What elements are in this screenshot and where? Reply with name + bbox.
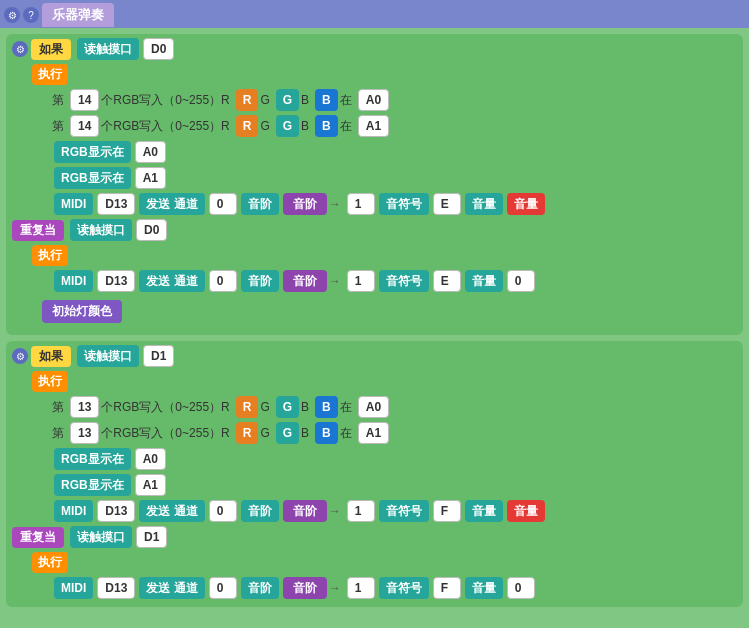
rgb-display-label-1b[interactable]: RGB显示在 bbox=[54, 167, 131, 189]
midi2-label-2[interactable]: MIDI bbox=[54, 577, 93, 599]
g-block-1b[interactable]: G bbox=[276, 115, 299, 137]
rgb-display-port-2b[interactable]: A1 bbox=[135, 474, 166, 496]
rgb-display-2a: RGB显示在 A0 bbox=[52, 448, 737, 470]
note2-label-1: 音符号 bbox=[379, 270, 429, 292]
num-13a[interactable]: 13 bbox=[70, 396, 99, 418]
r-block-1b[interactable]: R bbox=[236, 115, 259, 137]
section-2: ⚙ 如果 读触摸口 D1 执行 第 13 个RGB写入（0~255）R R G … bbox=[6, 341, 743, 607]
g-block-2b[interactable]: G bbox=[276, 422, 299, 444]
rgb-row-1b: 第 14 个RGB写入（0~255）R R G G B B 在 A1 bbox=[52, 115, 737, 137]
repeat-block-2[interactable]: 重复当 bbox=[12, 527, 64, 548]
b-block-1b[interactable]: B bbox=[315, 115, 338, 137]
scale2-num-1[interactable]: 1 bbox=[347, 270, 375, 292]
exec-label-1: 执行 bbox=[32, 64, 68, 85]
vol-val-2[interactable]: 音量 bbox=[507, 500, 545, 522]
midi-label-1[interactable]: MIDI bbox=[54, 193, 93, 215]
channel-1[interactable]: 0 bbox=[209, 193, 237, 215]
note-val-1[interactable]: E bbox=[433, 193, 461, 215]
rgb-display-1b: RGB显示在 A1 bbox=[52, 167, 737, 189]
vol-val-1[interactable]: 音量 bbox=[507, 193, 545, 215]
port-2a[interactable]: A0 bbox=[358, 396, 389, 418]
gear-icon-2: ⚙ bbox=[12, 348, 28, 364]
midi-val-1[interactable]: D13 bbox=[97, 193, 135, 215]
scale-val-1[interactable]: 音阶 bbox=[283, 193, 327, 215]
rgb-display-label-2b[interactable]: RGB显示在 bbox=[54, 474, 131, 496]
note2-label-2: 音符号 bbox=[379, 577, 429, 599]
scale2-val-2[interactable]: 音阶 bbox=[283, 577, 327, 599]
midi2-val-1[interactable]: D13 bbox=[97, 270, 135, 292]
g-block-1a[interactable]: G bbox=[276, 89, 299, 111]
di-label: 第 bbox=[52, 92, 64, 109]
vol2-val-2[interactable]: 0 bbox=[507, 577, 535, 599]
vol2-val-1[interactable]: 0 bbox=[507, 270, 535, 292]
repeat-touch-val-2[interactable]: D1 bbox=[136, 526, 167, 548]
note-val-2[interactable]: F bbox=[433, 500, 461, 522]
init-row-1: 初始灯颜色 bbox=[12, 296, 737, 327]
channel-2[interactable]: 0 bbox=[209, 500, 237, 522]
num-14a[interactable]: 14 bbox=[70, 89, 99, 111]
exec-label-2: 执行 bbox=[32, 371, 68, 392]
channel2-2[interactable]: 0 bbox=[209, 577, 237, 599]
scale-val-2[interactable]: 音阶 bbox=[283, 500, 327, 522]
g-block-2a[interactable]: G bbox=[276, 396, 299, 418]
scale-num-2[interactable]: 1 bbox=[347, 500, 375, 522]
rgb-display-label-2a[interactable]: RGB显示在 bbox=[54, 448, 131, 470]
gear-icon: ⚙ bbox=[4, 7, 20, 23]
note-label-1: 音符号 bbox=[379, 193, 429, 215]
scale-num-1[interactable]: 1 bbox=[347, 193, 375, 215]
init-block-1[interactable]: 初始灯颜色 bbox=[42, 300, 122, 323]
repeat-touch-label-1[interactable]: 读触摸口 bbox=[70, 219, 132, 241]
note2-val-2[interactable]: F bbox=[433, 577, 461, 599]
r-block-2a[interactable]: R bbox=[236, 396, 259, 418]
port-1a[interactable]: A0 bbox=[358, 89, 389, 111]
r-block-2b[interactable]: R bbox=[236, 422, 259, 444]
touch-label-1[interactable]: 读触摸口 bbox=[77, 38, 139, 60]
scale2-num-2[interactable]: 1 bbox=[347, 577, 375, 599]
exec2-label-2: 执行 bbox=[32, 552, 68, 573]
port-1b[interactable]: A1 bbox=[358, 115, 389, 137]
repeat-touch-val-1[interactable]: D0 bbox=[136, 219, 167, 241]
scale2-label-2: 音阶 bbox=[241, 577, 279, 599]
midi-label-2[interactable]: MIDI bbox=[54, 500, 93, 522]
midi2-label-1[interactable]: MIDI bbox=[54, 270, 93, 292]
content-area: ⚙ 如果 读触摸口 D0 执行 第 14 个RGB写入（0~255）R R G … bbox=[0, 28, 749, 628]
rgb-display-port-1b[interactable]: A1 bbox=[135, 167, 166, 189]
repeat-row-1: 重复当 读触摸口 D0 bbox=[12, 219, 737, 241]
exec2-row-1: 执行 bbox=[32, 245, 737, 266]
scale2-val-1[interactable]: 音阶 bbox=[283, 270, 327, 292]
num-13b[interactable]: 13 bbox=[70, 422, 99, 444]
main-container: ⚙ ? 乐器弹奏 ⚙ 如果 读触摸口 D0 执行 第 14 个RGB写入（0~2… bbox=[0, 0, 749, 628]
midi2-val-2[interactable]: D13 bbox=[97, 577, 135, 599]
rgb-row-1a: 第 14 个RGB写入（0~255）R R G G B B 在 A0 bbox=[52, 89, 737, 111]
vol-label-1: 音量 bbox=[465, 193, 503, 215]
rgb-desc-1: 个RGB写入（0~255）R bbox=[101, 92, 229, 109]
exec-row-1: 执行 bbox=[32, 64, 737, 85]
tab-label[interactable]: 乐器弹奏 bbox=[42, 3, 114, 27]
midi-row-1: MIDI D13 发送 通道 0 音阶 音阶 → 1 音符号 E 音量 音量 bbox=[52, 193, 737, 215]
note-label-2: 音符号 bbox=[379, 500, 429, 522]
b-block-2b[interactable]: B bbox=[315, 422, 338, 444]
vol-label-2: 音量 bbox=[465, 500, 503, 522]
vol2-label-2: 音量 bbox=[465, 577, 503, 599]
num-14b[interactable]: 14 bbox=[70, 115, 99, 137]
send-label-2: 发送 通道 bbox=[139, 500, 204, 522]
midi-val-2[interactable]: D13 bbox=[97, 500, 135, 522]
rgb-display-label-1a[interactable]: RGB显示在 bbox=[54, 141, 131, 163]
exec2-row-2: 执行 bbox=[32, 552, 737, 573]
repeat-block-1[interactable]: 重复当 bbox=[12, 220, 64, 241]
midi2-row-2: MIDI D13 发送 通道 0 音阶 音阶 → 1 音符号 F 音量 0 bbox=[52, 577, 737, 599]
note2-val-1[interactable]: E bbox=[433, 270, 461, 292]
port-2b[interactable]: A1 bbox=[358, 422, 389, 444]
b-block-2a[interactable]: B bbox=[315, 396, 338, 418]
tab-bar: ⚙ ? 乐器弹奏 bbox=[0, 0, 749, 28]
r-block-1a[interactable]: R bbox=[236, 89, 259, 111]
channel2-1[interactable]: 0 bbox=[209, 270, 237, 292]
repeat-touch-label-2[interactable]: 读触摸口 bbox=[70, 526, 132, 548]
b-block-1a[interactable]: B bbox=[315, 89, 338, 111]
touch-label-2[interactable]: 读触摸口 bbox=[77, 345, 139, 367]
touch-value-2[interactable]: D1 bbox=[143, 345, 174, 367]
rgb-display-port-2a[interactable]: A0 bbox=[135, 448, 166, 470]
rgb-display-port-1a[interactable]: A0 bbox=[135, 141, 166, 163]
midi2-row-1: MIDI D13 发送 通道 0 音阶 音阶 → 1 音符号 E 音量 0 bbox=[52, 270, 737, 292]
touch-value-1[interactable]: D0 bbox=[143, 38, 174, 60]
